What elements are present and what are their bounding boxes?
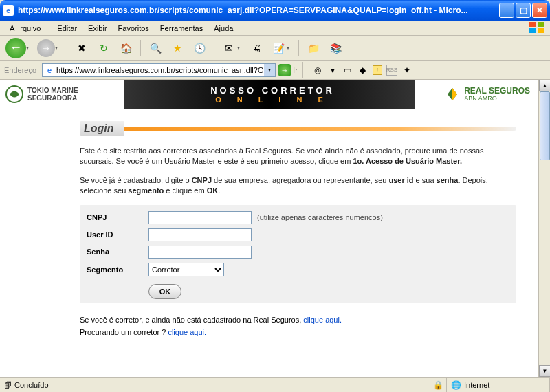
- ie-icon: e: [3, 5, 14, 16]
- cnpj-label: CNPJ: [87, 213, 148, 221]
- senha-input[interactable]: [148, 246, 252, 259]
- register-link[interactable]: clique aqui.: [303, 316, 342, 324]
- logo-real-seguros: REAL SEGUROSABN AMRO: [421, 87, 538, 102]
- window-titlebar: e https://www.linkrealseguros.com.br/scr…: [0, 0, 550, 21]
- menu-arquivo[interactable]: Arquivo: [4, 23, 52, 34]
- site-banner: TOKIO MARINESEGURADORA NOSSO CORRETOR O …: [0, 80, 538, 109]
- header-accent-bar: [124, 127, 516, 131]
- back-button[interactable]: ←▾: [4, 36, 33, 60]
- windows-flag-icon: [529, 22, 546, 34]
- segmento-label: Segmento: [87, 265, 148, 274]
- zone-text: Internet: [464, 381, 490, 389]
- cnpj-input[interactable]: [148, 211, 252, 224]
- address-dropdown[interactable]: ▾: [264, 64, 275, 76]
- menu-exibir[interactable]: Exibir: [82, 23, 113, 34]
- login-header: Login: [80, 121, 516, 136]
- menu-favoritos[interactable]: Favoritos: [113, 23, 155, 34]
- logo-tokio-marine: TOKIO MARINESEGURADORA: [0, 85, 124, 103]
- svg-rect-3: [538, 28, 544, 33]
- cnpj-hint: (utilize apenas caracteres numéricos): [257, 213, 383, 221]
- find-broker-link[interactable]: clique aqui.: [168, 328, 206, 336]
- menu-ferramentas[interactable]: Ferramentas: [155, 23, 208, 34]
- footer-links: Se você é corretor, e ainda não está cad…: [80, 316, 516, 336]
- status-text: Concluído: [14, 381, 49, 389]
- globe-icon: 🌐: [451, 380, 461, 390]
- ok-button[interactable]: OK: [148, 284, 182, 299]
- page-title: Login: [80, 121, 124, 136]
- tokio-marine-icon: [6, 85, 23, 103]
- favorites-button[interactable]: ★: [168, 39, 187, 58]
- address-label: Endereço: [4, 66, 36, 74]
- home-button[interactable]: 🏠: [116, 39, 135, 58]
- content-area: TOKIO MARINESEGURADORA NOSSO CORRETOR O …: [0, 80, 550, 377]
- address-bar: Endereço e ▾ → Ir ◎ ▾ ▭ ◆ ! RSS ✦: [0, 61, 550, 80]
- window-title: https://www.linkrealseguros.com.br/scrip…: [18, 6, 499, 15]
- ext-icon-1[interactable]: ◎: [312, 65, 323, 76]
- ext-icon-3[interactable]: ▭: [342, 65, 353, 76]
- menu-ajuda[interactable]: Ajuda: [208, 23, 239, 34]
- svg-rect-2: [529, 28, 536, 33]
- toolbar: ←▾ →▾ ✖ ↻ 🏠 🔍 ★ 🕓 ✉▾ 🖨 📝▾ 📁 📚: [0, 36, 550, 61]
- segmento-select[interactable]: Corretor: [148, 263, 224, 276]
- menu-editar[interactable]: Editar: [52, 23, 82, 34]
- page-doc-icon: 🗐: [4, 381, 12, 389]
- edit-button[interactable]: 📝▾: [269, 39, 294, 58]
- userid-input[interactable]: [148, 228, 252, 241]
- mail-button[interactable]: ✉▾: [219, 39, 244, 58]
- ext-icon-5[interactable]: !: [373, 65, 382, 75]
- research-button[interactable]: 📚: [326, 39, 345, 58]
- userid-label: User ID: [87, 230, 148, 239]
- scroll-up-button[interactable]: ▲: [539, 80, 550, 91]
- go-button[interactable]: → Ir: [278, 64, 298, 76]
- banner-title: NOSSO CORRETOR O N L I N E: [124, 85, 421, 104]
- login-form: CNPJ (utilize apenas caracteres numérico…: [80, 205, 516, 303]
- ext-icon-4[interactable]: ◆: [358, 65, 368, 76]
- svg-rect-1: [538, 22, 544, 27]
- menu-bar: Arquivo Editar Exibir Favoritos Ferramen…: [0, 21, 550, 36]
- history-button[interactable]: 🕓: [190, 39, 209, 58]
- refresh-button[interactable]: ↻: [94, 39, 113, 58]
- page-icon: e: [44, 65, 55, 76]
- vertical-scrollbar[interactable]: ▲ ▼: [538, 80, 550, 377]
- maximize-button[interactable]: ▢: [516, 3, 531, 18]
- minimize-button[interactable]: _: [499, 3, 514, 18]
- address-input-wrap: e ▾: [42, 63, 276, 77]
- ext-icon-rss[interactable]: RSS: [386, 65, 397, 76]
- stop-button[interactable]: ✖: [72, 39, 91, 58]
- close-button[interactable]: ✕: [532, 3, 547, 18]
- lock-icon: 🔒: [433, 380, 443, 390]
- address-input[interactable]: [56, 66, 264, 74]
- print-button[interactable]: 🖨: [247, 39, 266, 58]
- intro-text: Este é o site restrito aos corretores as…: [80, 146, 516, 197]
- folder-button[interactable]: 📁: [304, 39, 323, 58]
- ext-icon-2[interactable]: ▾: [327, 65, 338, 76]
- search-button[interactable]: 🔍: [146, 39, 165, 58]
- scroll-down-button[interactable]: ▼: [539, 365, 550, 377]
- forward-button[interactable]: →▾: [36, 38, 62, 58]
- svg-rect-0: [529, 22, 536, 27]
- scroll-thumb[interactable]: [540, 91, 550, 160]
- status-bar: 🗐 Concluído 🔒 🌐 Internet: [0, 377, 550, 392]
- real-seguros-icon: [445, 87, 460, 102]
- senha-label: Senha: [87, 248, 148, 256]
- ext-icon-7[interactable]: ✦: [402, 65, 412, 76]
